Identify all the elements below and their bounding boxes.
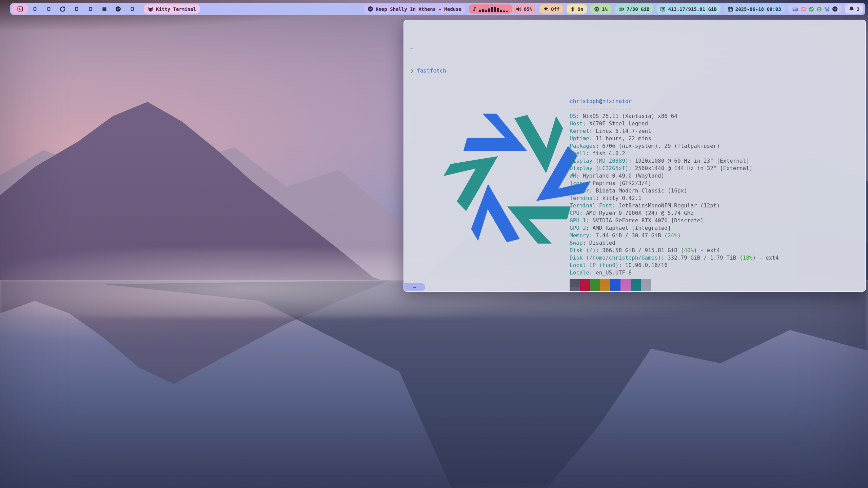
module-network-value: Off (551, 6, 559, 12)
workspace-5[interactable] (70, 4, 83, 14)
module-disk[interactable]: 413.17/915.81 GiB (656, 4, 720, 14)
fastfetch-line: GPU 1: NVIDIA GeForce RTX 4070 [Discrete… (570, 217, 865, 224)
cpu-icon (594, 6, 599, 12)
workspaces (12, 3, 139, 15)
nixos-snowflake-logo (410, 94, 570, 292)
drive-icon (660, 6, 666, 12)
workspace-8[interactable] (111, 4, 125, 14)
workspace-4[interactable] (56, 4, 70, 14)
visualizer-bars (479, 6, 508, 12)
fastfetch-line: ------------------- (570, 105, 865, 113)
tab-label: ~ (413, 284, 416, 291)
bar-center-group: Keep Shelly In Athens - Medusa ♪ (364, 4, 512, 14)
viz-bar (491, 7, 493, 12)
audio-visualizer-module[interactable]: ♪ (469, 4, 512, 14)
workspace-6[interactable] (83, 4, 97, 14)
kitty-tab-bar: ~ (404, 283, 865, 291)
viz-bar (485, 10, 487, 12)
workspace-1[interactable] (12, 4, 28, 14)
fastfetch-line: Uptime: 11 hours, 22 mins (570, 135, 865, 142)
fastfetch-line: Terminal: kitty 0.42.1 (570, 195, 865, 202)
wifi-icon (543, 6, 549, 12)
terminal-content: ~ ❯ fastfetch christoph@nixinator-------… (404, 20, 865, 292)
fastfetch-line: Memory: 7.44 GiB / 30.47 GiB (24%) (570, 232, 865, 239)
green-dot-icon[interactable] (816, 6, 822, 12)
spotify-icon[interactable] (832, 6, 838, 12)
system-tray (788, 4, 842, 14)
module-network[interactable]: Off (539, 4, 563, 14)
music-note-icon: ♪ (473, 6, 476, 12)
prompt-symbol: ❯ (410, 67, 414, 74)
media-player-module[interactable]: Keep Shelly In Athens - Medusa (364, 4, 465, 14)
viz-bar (506, 11, 508, 12)
workspace-3[interactable] (42, 4, 56, 14)
module-clock-value: 2025-06-18 00:03 (735, 6, 781, 12)
media-track-label: Keep Shelly In Athens - Medusa (376, 6, 461, 12)
viz-bar (503, 11, 505, 12)
viz-bar (488, 8, 490, 12)
ram-icon (618, 6, 624, 12)
module-disk-value: 413.17/915.81 GiB (668, 6, 716, 12)
fastfetch-info: christoph@nixinator-------------------OS… (570, 94, 865, 292)
module-cpu-value: 1% (602, 6, 608, 12)
notifications-module[interactable]: 3 (845, 4, 863, 14)
speaker-icon (516, 6, 521, 12)
fastfetch-line: Kernel: Linux 6.14.7-zen1 (570, 127, 865, 135)
calendar-icon (728, 6, 733, 12)
fastfetch-line: OS: NixOS 25.11 (Xantusia) x86_64 (570, 113, 865, 120)
bell-icon (849, 6, 854, 12)
dark-window-icon (102, 6, 107, 12)
module-bluetooth-value: On (577, 6, 583, 12)
fastfetch-line: Terminal Font: JetBrainsMonoNFM-Regular … (570, 202, 865, 209)
fastfetch-line: CPU: AMD Ryzen 9 7900X (24) @ 5.74 GHz (570, 209, 865, 217)
command-text: fastfetch (417, 67, 446, 74)
fastfetch-line: Icons: Papirus [GTK2/3/4] (570, 180, 865, 187)
viz-bar (479, 10, 481, 12)
flameshot-icon[interactable] (801, 6, 806, 12)
fastfetch-line: Packages: 6706 (nix-system), 29 (flatpak… (570, 142, 865, 150)
fastfetch-line: christoph@nixinator (570, 98, 865, 105)
app-window-icon (88, 6, 93, 12)
viz-bar (494, 7, 496, 12)
module-volume-value: 85% (524, 6, 532, 12)
fastfetch-line: Swap: Disabled (570, 239, 865, 247)
fastfetch-line: Disk (/home/christoph/Games): 332.79 GiB… (570, 254, 865, 262)
bluetooth-icon (570, 6, 575, 12)
fastfetch-line: Locale: en_US.UTF-8 (570, 269, 865, 277)
module-bluetooth[interactable]: On (567, 4, 587, 14)
fastfetch-line: GPU 2: AMD Raphael [Integrated] (570, 224, 865, 232)
window-title-label: Kitty Terminal (156, 6, 196, 12)
app-window-icon (74, 6, 79, 12)
fastfetch-line: Shell: fish 4.0.2 (570, 150, 865, 157)
kitty-terminal-window[interactable]: ~ ❯ fastfetch christoph@nixinator-------… (403, 20, 866, 292)
module-cpu[interactable]: 1% (590, 4, 611, 14)
app-window-icon (46, 6, 51, 12)
prompt-path: ~ (410, 45, 414, 52)
module-clock[interactable]: 2025-06-18 00:03 (724, 4, 785, 14)
module-memory-value: 7/30 GiB (627, 6, 649, 12)
workspace-2[interactable] (28, 4, 42, 14)
keyboard-icon[interactable] (792, 6, 798, 12)
workspace-9[interactable] (125, 4, 139, 14)
fastfetch-line: Local IP (tun0): 10.96.0.16/16 (570, 262, 865, 269)
module-memory[interactable]: 7/30 GiB (615, 4, 653, 14)
fastfetch-line: Display (MD 20889): 1920x1080 @ 60 Hz in… (570, 157, 865, 165)
notification-count: 3 (857, 6, 860, 12)
app-window-icon (33, 6, 37, 12)
fastfetch-line: Cursor: Bibata-Modern-Classic (16px) (570, 187, 865, 195)
viz-bar (500, 10, 502, 12)
vesktop-icon[interactable] (824, 6, 830, 12)
terminal-icon (17, 6, 23, 12)
fastfetch-line: Disk (/): 366.58 GiB / 915.81 GiB (40%) … (570, 247, 865, 254)
spotify-icon (115, 6, 121, 12)
active-window-title[interactable]: Kitty Terminal (144, 4, 200, 14)
module-volume[interactable]: 85% (512, 4, 536, 14)
workspace-7[interactable] (97, 4, 111, 14)
viz-bar (482, 9, 484, 12)
cat-icon (147, 6, 154, 12)
check-circle-icon[interactable] (809, 6, 814, 12)
fastfetch-output: christoph@nixinator-------------------OS… (410, 94, 865, 292)
fastfetch-line: Host: X670E Steel Legend (570, 120, 865, 127)
kitty-tab[interactable]: ~ (404, 283, 425, 291)
viz-bar (497, 8, 499, 12)
